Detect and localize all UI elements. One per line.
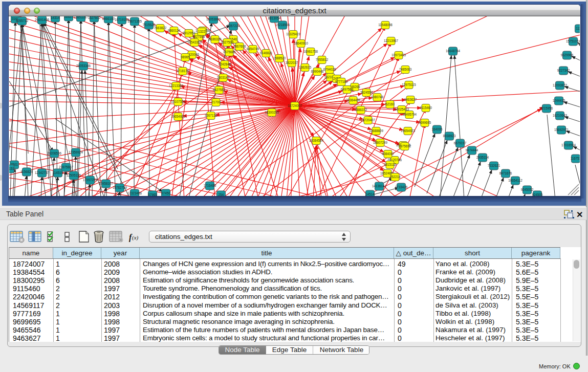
svg-text:9463627: 9463627 bbox=[404, 98, 417, 101]
svg-text:164095: 164095 bbox=[431, 127, 443, 131]
svg-text:20206536: 20206536 bbox=[47, 151, 62, 155]
svg-text:9860124: 9860124 bbox=[168, 29, 181, 32]
svg-text:1716485: 1716485 bbox=[204, 184, 216, 187]
svg-text:12975115: 12975115 bbox=[402, 83, 416, 86]
svg-text:3824554: 3824554 bbox=[360, 91, 373, 94]
svg-text:62160: 62160 bbox=[385, 102, 395, 106]
svg-text:16543362: 16543362 bbox=[187, 40, 202, 44]
svg-text:114519: 114519 bbox=[53, 171, 63, 174]
svg-text:98965: 98965 bbox=[181, 55, 190, 59]
svg-text:10688609: 10688609 bbox=[369, 129, 384, 133]
svg-text:16327: 16327 bbox=[64, 16, 73, 18]
svg-text:116753: 116753 bbox=[571, 157, 580, 160]
svg-text:2803144: 2803144 bbox=[217, 76, 230, 79]
svg-text:9242848: 9242848 bbox=[219, 62, 231, 66]
svg-text:10107553: 10107553 bbox=[171, 100, 186, 103]
svg-text:9146821: 9146821 bbox=[260, 51, 273, 55]
svg-text:15751074: 15751074 bbox=[566, 39, 580, 43]
svg-text:6794028: 6794028 bbox=[323, 68, 336, 71]
svg-text:7632621: 7632621 bbox=[488, 164, 500, 167]
svg-text:8912954: 8912954 bbox=[183, 31, 195, 35]
svg-text:(x): (x) bbox=[132, 234, 139, 241]
svg-text:12342737: 12342737 bbox=[35, 171, 50, 174]
svg-text:9329966: 9329966 bbox=[561, 53, 574, 57]
svg-text:8471676: 8471676 bbox=[499, 171, 512, 175]
svg-text:6466160: 6466160 bbox=[102, 17, 115, 20]
svg-text:9777169: 9777169 bbox=[335, 80, 348, 83]
svg-text:1156829: 1156829 bbox=[20, 170, 33, 173]
svg-text:87965: 87965 bbox=[148, 193, 157, 196]
svg-text:8215956: 8215956 bbox=[540, 106, 553, 110]
svg-text:8938923: 8938923 bbox=[443, 134, 456, 138]
svg-text:7663822: 7663822 bbox=[154, 26, 167, 30]
svg-text:15720407: 15720407 bbox=[361, 118, 376, 122]
svg-text:7886372: 7886372 bbox=[355, 108, 367, 112]
svg-text:2935114: 2935114 bbox=[476, 156, 489, 159]
svg-text:9227342: 9227342 bbox=[557, 69, 570, 72]
svg-text:3267130: 3267130 bbox=[205, 114, 217, 117]
svg-text:23975867: 23975867 bbox=[59, 165, 74, 169]
svg-text:17957255: 17957255 bbox=[83, 178, 98, 182]
svg-text:4055712: 4055712 bbox=[16, 19, 29, 23]
svg-text:16671355: 16671355 bbox=[127, 19, 142, 23]
svg-text:1117: 1117 bbox=[576, 27, 580, 30]
svg-text:8454749: 8454749 bbox=[247, 47, 259, 51]
svg-text:10973493: 10973493 bbox=[391, 53, 406, 57]
svg-text:16053809: 16053809 bbox=[206, 17, 221, 21]
svg-text:10958107: 10958107 bbox=[99, 182, 114, 185]
svg-text:9245052: 9245052 bbox=[521, 188, 534, 191]
svg-text:254: 254 bbox=[219, 193, 224, 196]
svg-text:8990448: 8990448 bbox=[311, 70, 324, 73]
svg-text:9699695: 9699695 bbox=[419, 121, 431, 124]
svg-text:8427552: 8427552 bbox=[213, 88, 226, 92]
svg-text:1588520: 1588520 bbox=[273, 56, 286, 60]
svg-text:16961758: 16961758 bbox=[303, 50, 318, 53]
svg-text:12093872: 12093872 bbox=[553, 83, 568, 87]
svg-text:2718176: 2718176 bbox=[177, 69, 189, 73]
svg-text:16210643: 16210643 bbox=[553, 114, 568, 117]
svg-text:19218506: 19218506 bbox=[275, 23, 290, 27]
svg-text:1527602: 1527602 bbox=[88, 16, 101, 19]
svg-text:924505: 924505 bbox=[532, 193, 543, 196]
svg-text:39151: 39151 bbox=[9, 167, 14, 170]
svg-text:1815112: 1815112 bbox=[384, 163, 397, 166]
svg-text:12505135: 12505135 bbox=[67, 173, 81, 177]
svg-text:1975692: 1975692 bbox=[399, 144, 411, 148]
svg-text:7485063: 7485063 bbox=[399, 68, 412, 71]
svg-text:12213967: 12213967 bbox=[384, 39, 399, 42]
svg-text:21700: 21700 bbox=[211, 100, 221, 104]
svg-text:11325419: 11325419 bbox=[286, 32, 300, 36]
svg-text:6497568: 6497568 bbox=[341, 87, 354, 91]
svg-text:8813054: 8813054 bbox=[268, 16, 281, 20]
svg-text:1080748: 1080748 bbox=[371, 95, 384, 99]
svg-text:1362615: 1362615 bbox=[299, 65, 312, 69]
svg-text:19384554: 19384554 bbox=[309, 139, 324, 142]
svg-text:12323466: 12323466 bbox=[127, 191, 142, 195]
svg-text:9474444: 9474444 bbox=[466, 148, 478, 152]
svg-text:10853287: 10853287 bbox=[74, 16, 89, 19]
svg-text:26053346: 26053346 bbox=[76, 64, 91, 68]
svg-text:15692971: 15692971 bbox=[554, 128, 569, 132]
svg-text:7955812: 7955812 bbox=[316, 58, 329, 61]
svg-text:18807249: 18807249 bbox=[373, 141, 388, 144]
svg-text:8186328: 8186328 bbox=[209, 37, 222, 41]
svg-text:18640910: 18640910 bbox=[294, 41, 309, 45]
svg-text:3822037: 3822037 bbox=[286, 61, 298, 64]
svg-text:3675685: 3675685 bbox=[223, 50, 236, 54]
svg-text:7357224: 7357224 bbox=[227, 24, 240, 28]
svg-text:17016504: 17016504 bbox=[561, 143, 576, 147]
svg-text:9084067: 9084067 bbox=[382, 152, 395, 156]
svg-text:18300295: 18300295 bbox=[265, 111, 279, 114]
svg-text:19654923: 19654923 bbox=[171, 115, 186, 118]
svg-text:9115460: 9115460 bbox=[420, 106, 432, 110]
svg-text:6679197: 6679197 bbox=[454, 141, 467, 145]
svg-text:1322: 1322 bbox=[198, 30, 206, 33]
svg-text:14136141: 14136141 bbox=[372, 184, 387, 188]
svg-text:2867608: 2867608 bbox=[233, 45, 246, 48]
svg-text:12213369: 12213369 bbox=[169, 84, 184, 87]
svg-text:14314: 14314 bbox=[51, 16, 60, 19]
svg-text:19654923: 19654923 bbox=[401, 129, 416, 133]
svg-text:11548098: 11548098 bbox=[378, 23, 393, 27]
svg-text:14514: 14514 bbox=[365, 192, 375, 196]
svg-text:252214: 252214 bbox=[389, 175, 401, 179]
